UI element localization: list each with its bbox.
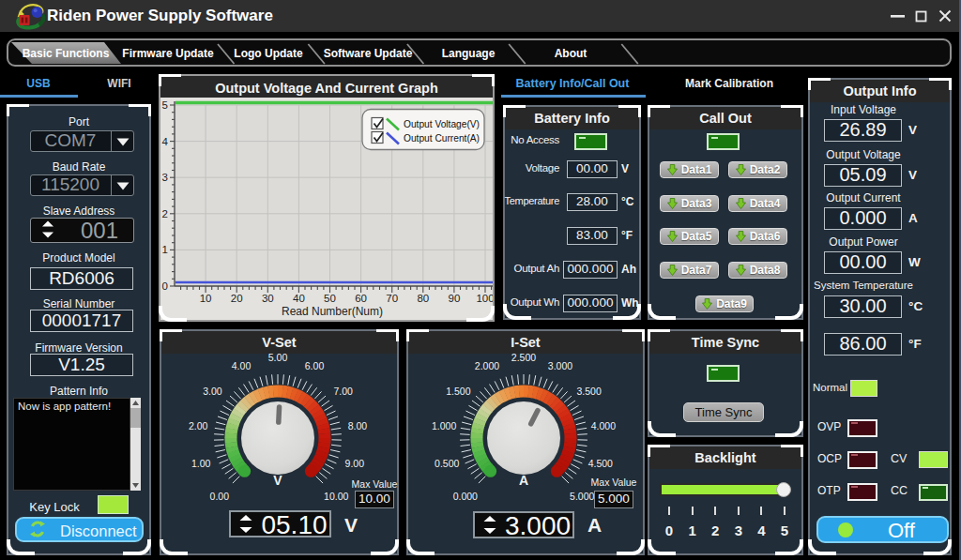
svg-text:4.00: 4.00 — [232, 360, 252, 371]
svg-text:0.00: 0.00 — [210, 491, 230, 502]
svg-text:2.000: 2.000 — [475, 360, 499, 371]
svg-text:3: 3 — [162, 172, 168, 183]
svg-text:5: 5 — [162, 99, 168, 111]
svg-text:90: 90 — [449, 293, 461, 304]
svg-text:70: 70 — [386, 293, 398, 304]
svg-text:5.000: 5.000 — [570, 491, 594, 502]
svg-text:8.00: 8.00 — [348, 420, 368, 431]
svg-text:3.00: 3.00 — [203, 386, 222, 397]
svg-text:3.000: 3.000 — [548, 360, 572, 371]
svg-text:2.500: 2.500 — [511, 352, 536, 363]
svg-text:10: 10 — [200, 293, 212, 304]
svg-text:1.500: 1.500 — [446, 386, 470, 397]
svg-text:10.00: 10.00 — [324, 491, 348, 502]
svg-text:0.000: 0.000 — [453, 491, 478, 502]
svg-text:0: 0 — [162, 280, 168, 292]
svg-text:1: 1 — [162, 244, 168, 255]
svg-text:60: 60 — [355, 293, 367, 304]
svg-text:1.00: 1.00 — [191, 458, 211, 469]
svg-text:5.00: 5.00 — [268, 352, 288, 363]
svg-text:3.500: 3.500 — [576, 386, 601, 397]
svg-text:100: 100 — [476, 293, 493, 304]
svg-text:2.00: 2.00 — [189, 420, 208, 431]
svg-text:9.00: 9.00 — [345, 458, 365, 469]
svg-text:6.00: 6.00 — [305, 360, 325, 371]
svg-text:Output Voltage(V): Output Voltage(V) — [404, 119, 480, 129]
svg-text:2: 2 — [162, 208, 168, 219]
svg-text:A: A — [519, 473, 528, 488]
svg-text:40: 40 — [293, 293, 305, 304]
svg-text:Read Number(Num): Read Number(Num) — [282, 305, 383, 318]
svg-text:1.000: 1.000 — [432, 420, 456, 431]
svg-text:4.500: 4.500 — [588, 458, 613, 469]
svg-text:4.000: 4.000 — [591, 420, 616, 431]
svg-text:Output Current(A): Output Current(A) — [404, 133, 480, 144]
svg-text:7.00: 7.00 — [333, 386, 353, 397]
svg-text:20: 20 — [231, 293, 243, 304]
svg-text:80: 80 — [417, 293, 429, 304]
svg-text:0.500: 0.500 — [435, 458, 459, 469]
svg-text:4: 4 — [162, 136, 169, 147]
svg-text:V: V — [273, 473, 282, 488]
svg-text:30: 30 — [262, 293, 274, 304]
svg-text:50: 50 — [324, 293, 336, 304]
